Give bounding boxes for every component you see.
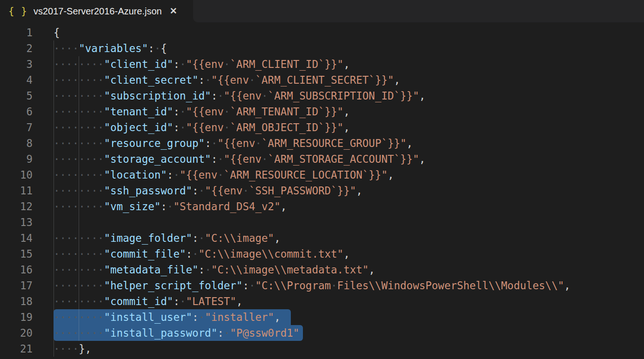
code-token: "storage_account" <box>104 153 211 165</box>
code-token: · <box>224 58 230 70</box>
tab-vs2017-server2016-azure[interactable]: { } vs2017-Server2016-Azure.json ✕ <box>0 0 193 22</box>
code-line[interactable]: 12········"vm_size":·"Standard_DS4_v2", <box>0 199 644 214</box>
line-number[interactable]: 13 <box>0 214 33 230</box>
code-token: }, <box>79 343 91 355</box>
code-line[interactable]: 21····}, <box>0 341 644 357</box>
code-line[interactable]: 18········"commit_id":·"LATEST", <box>0 293 644 309</box>
code-token: : <box>173 106 180 118</box>
code-token: `ARM_CLIENT_ID`}}" <box>230 58 343 70</box>
code-token: · <box>192 248 199 260</box>
code-line[interactable]: 16········"metadata_file":·"C:\\image\\m… <box>0 262 644 278</box>
code-token: "{{env <box>205 185 242 197</box>
code-token: · <box>154 42 161 54</box>
code-token: "{{env <box>180 169 217 181</box>
code-token: , <box>274 232 281 244</box>
code-line[interactable]: 11········"ssh_password":·"{{env·`SSH_PA… <box>0 183 644 199</box>
code-token: : <box>192 311 199 323</box>
code-token: "{{env <box>217 137 255 149</box>
code-line[interactable]: 15········"commit_file":·"C:\\image\\com… <box>0 246 644 262</box>
line-number[interactable]: 3 <box>0 56 33 72</box>
code-line[interactable]: 8········"resource_group":·"{{env·`ARM_R… <box>0 135 644 151</box>
code-line[interactable]: 4········"client_secret":·"{{env·`ARM_CL… <box>0 72 644 88</box>
code-text: ········"storage_account":·"{{env·`ARM_S… <box>54 151 425 167</box>
code-line[interactable]: 19········"install_user":·"installer", <box>0 309 644 325</box>
line-number[interactable]: 8 <box>0 135 33 151</box>
code-token: "tenant_id" <box>104 106 173 118</box>
line-number[interactable]: 17 <box>0 278 33 293</box>
code-token: · <box>205 74 211 86</box>
line-number[interactable]: 19 <box>0 309 33 325</box>
line-number[interactable]: 2 <box>0 40 33 56</box>
code-token: `ARM_TENANT_ID`}}" <box>230 106 343 118</box>
line-number[interactable]: 9 <box>0 151 33 167</box>
code-token: · <box>180 295 186 307</box>
code-token: · <box>173 169 180 181</box>
line-number[interactable]: 21 <box>0 341 33 357</box>
code-token: : <box>173 295 180 307</box>
code-text: ········"commit_file":·"C:\\image\\commi… <box>54 246 350 262</box>
code-line[interactable]: 2····"variables":·{ <box>0 40 644 56</box>
code-token: : <box>167 169 174 181</box>
code-token: `SSH_PASSWORD`}}" <box>249 185 356 197</box>
line-number[interactable]: 5 <box>0 88 33 104</box>
code-line[interactable]: 7········"object_id":·"{{env·`ARM_OBJECT… <box>0 120 644 135</box>
code-token: `ARM_OBJECT_ID`}}" <box>230 121 343 133</box>
code-token: "location" <box>104 169 167 181</box>
code-token: : <box>148 42 154 54</box>
line-number[interactable]: 15 <box>0 246 33 262</box>
code-token: Files\\WindowsPowerShell\\Modules\\" <box>337 279 564 292</box>
code-token: : <box>205 137 211 149</box>
code-token: : <box>211 90 218 102</box>
line-number[interactable]: 4 <box>0 72 33 88</box>
line-number[interactable]: 1 <box>0 25 33 40</box>
code-line[interactable]: 20········"install_password":·"P@ssw0rd1… <box>0 325 644 341</box>
code-line[interactable]: 9········"storage_account":·"{{env·`ARM_… <box>0 151 644 167</box>
code-token: "commit_file" <box>104 248 186 260</box>
code-token: · <box>217 90 224 102</box>
code-token: : <box>192 185 199 197</box>
code-token: `ARM_SUBSCRIPTION_ID`}}" <box>268 90 419 102</box>
code-line[interactable]: 13 <box>0 214 644 230</box>
code-token: "client_id" <box>104 58 173 70</box>
line-number[interactable]: 16 <box>0 262 33 278</box>
line-number[interactable]: 12 <box>0 199 33 214</box>
code-token: "{{env <box>186 58 223 70</box>
code-token: , <box>343 248 350 260</box>
close-tab-icon[interactable]: ✕ <box>170 0 177 22</box>
code-token: , <box>343 106 350 118</box>
code-line[interactable]: 10········"location":·"{{env·`ARM_RESOUR… <box>0 167 644 183</box>
line-number[interactable]: 10 <box>0 167 33 183</box>
code-token: · <box>217 169 224 181</box>
json-file-icon: { } <box>8 0 27 22</box>
line-number[interactable]: 6 <box>0 104 33 120</box>
code-text: ········"metadata_file":·"C:\\image\\met… <box>54 262 375 278</box>
code-token: , <box>343 58 350 70</box>
code-token: "vm_size" <box>104 200 161 213</box>
code-token: `ARM_CLIENT_SECRET`}}" <box>255 74 394 86</box>
code-text: ········"tenant_id":·"{{env·`ARM_TENANT_… <box>54 104 350 120</box>
code-token: "installer" <box>205 311 274 323</box>
code-token: "object_id" <box>104 121 173 133</box>
code-line[interactable]: 1{ <box>0 25 644 40</box>
code-text: ········"subscription_id":·"{{env·`ARM_S… <box>54 88 425 104</box>
code-line[interactable]: 6········"tenant_id":·"{{env·`ARM_TENANT… <box>0 104 644 120</box>
code-token: "image_folder" <box>104 232 192 244</box>
code-token: `ARM_RESOURCE_LOCATION`}}" <box>224 169 388 181</box>
line-number[interactable]: 14 <box>0 230 33 246</box>
code-editor[interactable]: 1{2····"variables":·{3········"client_id… <box>0 22 644 357</box>
line-number[interactable]: 18 <box>0 293 33 309</box>
line-number[interactable]: 7 <box>0 120 33 135</box>
code-line[interactable]: 5········"subscription_id":·"{{env·`ARM_… <box>0 88 644 104</box>
line-number[interactable]: 20 <box>0 325 33 341</box>
code-token: · <box>255 137 262 149</box>
code-text: ········"install_user":·"installer", <box>54 309 281 325</box>
code-line[interactable]: 3········"client_id":·"{{env·`ARM_CLIENT… <box>0 56 644 72</box>
code-line[interactable]: 17········"helper_script_folder":·"C:\\P… <box>0 278 644 293</box>
code-token: · <box>217 153 224 165</box>
code-line[interactable]: 14········"image_folder":·"C:\\image", <box>0 230 644 246</box>
code-token: , <box>356 185 362 197</box>
tab-title: vs2017-Server2016-Azure.json <box>34 6 162 17</box>
code-text: ········"resource_group":·"{{env·`ARM_RE… <box>54 135 413 151</box>
code-token: "C:\\image\\metadata.txt" <box>211 264 369 276</box>
line-number[interactable]: 11 <box>0 183 33 199</box>
